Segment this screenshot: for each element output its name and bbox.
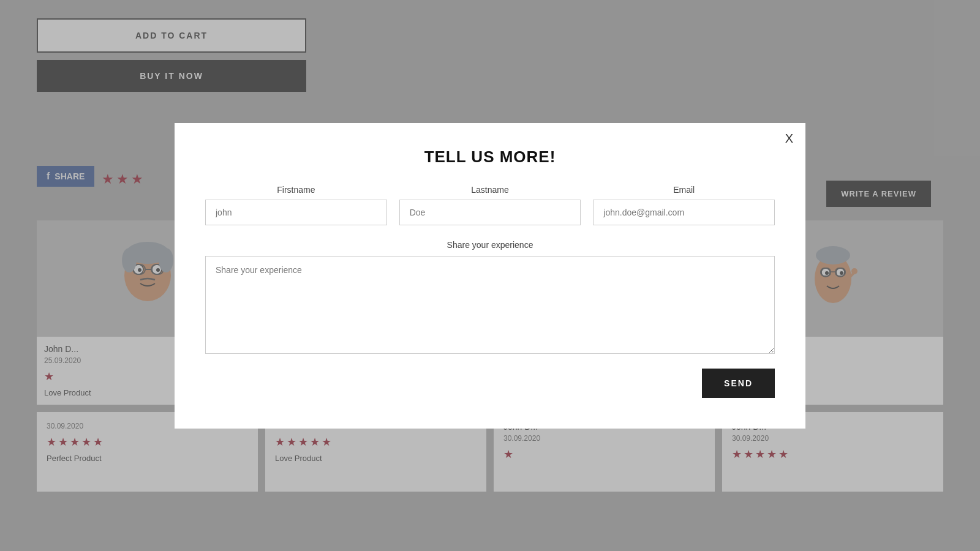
modal-dialog: X TELL US MORE! Firstname Lastname Email… bbox=[175, 123, 805, 429]
firstname-group: Firstname bbox=[205, 185, 387, 225]
name-fields-row: Firstname Lastname Email bbox=[205, 185, 775, 225]
firstname-label: Firstname bbox=[205, 185, 387, 195]
experience-group: Share your experience bbox=[205, 240, 775, 356]
experience-textarea[interactable] bbox=[205, 256, 775, 354]
firstname-input[interactable] bbox=[205, 200, 387, 225]
lastname-group: Lastname bbox=[399, 185, 581, 225]
close-button[interactable]: X bbox=[785, 132, 793, 146]
send-button[interactable]: SEND bbox=[702, 369, 775, 398]
modal-overlay: X TELL US MORE! Firstname Lastname Email… bbox=[0, 0, 980, 551]
modal-title: TELL US MORE! bbox=[205, 148, 775, 167]
lastname-label: Lastname bbox=[399, 185, 581, 195]
experience-label: Share your experience bbox=[205, 240, 775, 250]
email-input[interactable] bbox=[593, 200, 775, 225]
email-group: Email bbox=[593, 185, 775, 225]
email-label: Email bbox=[593, 185, 775, 195]
lastname-input[interactable] bbox=[399, 200, 581, 225]
